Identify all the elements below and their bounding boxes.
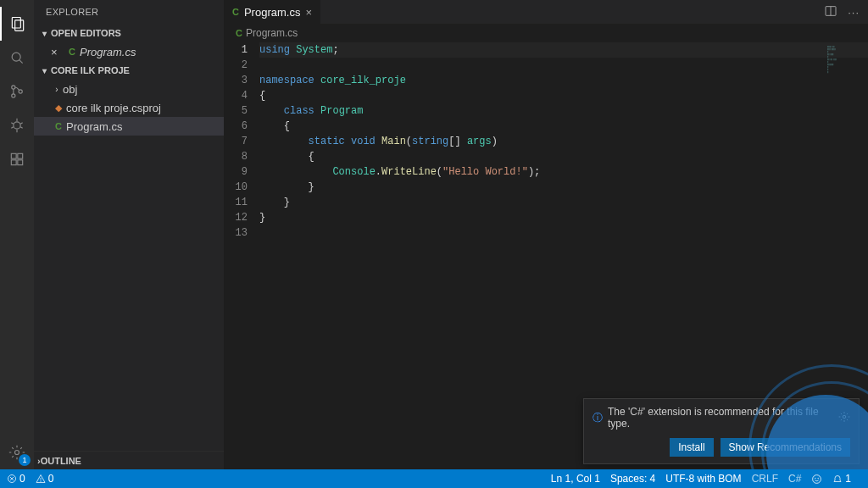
show-recommendations-button[interactable]: Show Recommendations bbox=[721, 438, 850, 457]
svg-line-11 bbox=[20, 123, 22, 125]
gear-icon[interactable] bbox=[838, 411, 850, 425]
section-project[interactable]: ▾ CORE ILK PROJE bbox=[34, 61, 224, 80]
activity-source-control-icon[interactable] bbox=[0, 75, 34, 108]
tab-bar: C Program.cs × ··· bbox=[224, 0, 868, 24]
breadcrumb[interactable]: C Program.cs bbox=[224, 24, 868, 42]
activity-settings-icon[interactable]: 1 bbox=[0, 435, 34, 469]
svg-point-2 bbox=[12, 53, 20, 61]
more-icon[interactable]: ··· bbox=[848, 6, 860, 19]
csharp-file-icon: C bbox=[236, 28, 242, 38]
svg-line-3 bbox=[19, 60, 23, 64]
minimap[interactable]: ████ █████ █████ ██ ███ █ ██ ██ ███ █ ██… bbox=[827, 46, 861, 80]
status-lang[interactable]: C# bbox=[788, 473, 801, 485]
svg-point-5 bbox=[12, 94, 15, 97]
status-warnings[interactable]: 0 bbox=[36, 473, 54, 485]
activity-debug-icon[interactable] bbox=[0, 108, 34, 142]
section-outline[interactable]: › OUTLINE bbox=[34, 451, 224, 469]
status-errors[interactable]: 0 bbox=[7, 473, 25, 485]
csproj-file-icon: ◆ bbox=[51, 103, 66, 114]
svg-line-12 bbox=[11, 127, 14, 129]
notification-toast: ⓘ The 'C#' extension is recommended for … bbox=[583, 398, 860, 464]
csharp-file-icon: C bbox=[232, 7, 239, 17]
sidebar-title: EXPLORER bbox=[34, 0, 224, 24]
csharp-file-icon: C bbox=[64, 47, 80, 57]
close-icon[interactable]: × bbox=[305, 6, 312, 19]
chevron-right-icon: › bbox=[51, 85, 63, 94]
tree-file-program[interactable]: C Program.cs bbox=[34, 117, 224, 136]
chevron-down-icon: ▾ bbox=[37, 29, 51, 38]
svg-line-10 bbox=[11, 123, 14, 125]
status-spaces[interactable]: Spaces: 4 bbox=[610, 473, 655, 485]
status-bar: 0 0 Ln 1, Col 1 Spaces: 4 UTF-8 with BOM… bbox=[0, 469, 868, 488]
tree-file-csproj[interactable]: ◆ core ilk proje.csproj bbox=[34, 98, 224, 117]
svg-rect-17 bbox=[18, 153, 23, 158]
svg-point-7 bbox=[14, 122, 20, 129]
notification-text: The 'C#' extension is recommended for th… bbox=[608, 406, 838, 430]
close-icon[interactable]: × bbox=[51, 46, 64, 58]
svg-rect-1 bbox=[15, 20, 24, 31]
status-bell-icon[interactable]: 1 bbox=[832, 473, 851, 485]
status-lncol[interactable]: Ln 1, Col 1 bbox=[551, 473, 600, 485]
settings-badge: 1 bbox=[19, 454, 31, 466]
activity-bar: 1 bbox=[0, 0, 34, 469]
svg-point-28 bbox=[815, 478, 816, 479]
svg-point-6 bbox=[19, 90, 22, 93]
open-editor-item[interactable]: × C Program.cs bbox=[34, 42, 224, 61]
info-icon: ⓘ bbox=[593, 411, 603, 425]
svg-rect-14 bbox=[11, 153, 16, 158]
status-eol[interactable]: CRLF bbox=[752, 473, 778, 485]
svg-rect-16 bbox=[18, 160, 23, 165]
sidebar: EXPLORER ▾ OPEN EDITORS × C Program.cs ▾… bbox=[34, 0, 224, 469]
activity-extensions-icon[interactable] bbox=[0, 142, 34, 176]
status-feedback-icon[interactable] bbox=[811, 474, 822, 485]
svg-line-13 bbox=[20, 127, 22, 129]
svg-point-4 bbox=[12, 86, 15, 89]
status-encoding[interactable]: UTF-8 with BOM bbox=[665, 473, 741, 485]
svg-rect-0 bbox=[12, 18, 20, 29]
svg-rect-15 bbox=[11, 160, 16, 165]
tree-folder-obj[interactable]: › obj bbox=[34, 80, 224, 98]
svg-point-21 bbox=[843, 415, 846, 419]
svg-point-18 bbox=[15, 451, 19, 455]
activity-explorer-icon[interactable] bbox=[0, 7, 34, 41]
svg-point-26 bbox=[40, 481, 41, 482]
install-button[interactable]: Install bbox=[670, 438, 713, 457]
chevron-down-icon: ▾ bbox=[37, 66, 51, 75]
svg-point-29 bbox=[818, 478, 819, 479]
csharp-file-icon: C bbox=[51, 121, 66, 131]
activity-search-icon[interactable] bbox=[0, 41, 34, 75]
split-editor-icon[interactable] bbox=[824, 4, 837, 20]
section-open-editors[interactable]: ▾ OPEN EDITORS bbox=[34, 24, 224, 42]
tab-program[interactable]: C Program.cs × bbox=[224, 0, 320, 24]
svg-point-27 bbox=[813, 474, 821, 483]
